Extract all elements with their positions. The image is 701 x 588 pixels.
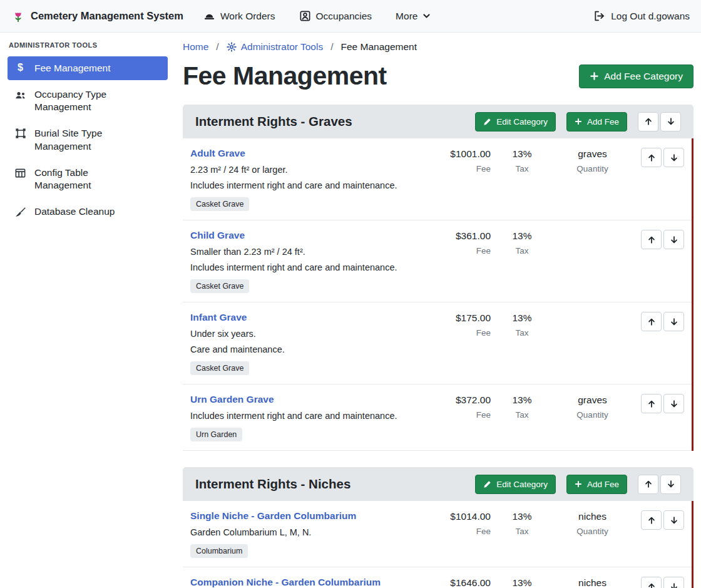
move-category-down-button[interactable] [660, 475, 681, 494]
move-fee-up-button[interactable] [641, 510, 662, 530]
fee-description: Includes interment right and care and ma… [190, 262, 421, 272]
fee-tax-col: 13% Tax [491, 394, 553, 420]
fee-quantity-col: niches Quantity [553, 510, 632, 536]
fee-quantity-col [553, 312, 632, 317]
arrow-up-icon [644, 480, 653, 488]
move-fee-down-button[interactable] [663, 577, 684, 588]
fee-quantity-label: Quantity [553, 164, 632, 173]
arrow-down-icon [667, 117, 675, 126]
move-fee-up-button[interactable] [641, 230, 662, 249]
fee-reorder-controls [635, 577, 684, 588]
move-fee-down-button[interactable] [663, 230, 684, 249]
logout-button[interactable]: Log Out d.gowans [593, 10, 690, 22]
fee-name-link[interactable]: Single Niche - Garden Columbarium [190, 510, 356, 522]
fee-name-link[interactable]: Companion Niche - Garden Columbarium [190, 577, 381, 588]
gear-icon [227, 42, 237, 52]
move-fee-down-button[interactable] [663, 510, 684, 530]
fee-info: Infant Grave Under six years. Care and m… [190, 312, 431, 375]
add-fee-category-button[interactable]: Add Fee Category [579, 64, 693, 88]
category-body: Adult Grave 2.23 m² / 24 ft² or larger. … [183, 138, 693, 451]
main-content: Home / Administrator Tools / Fee Managem… [175, 33, 701, 588]
hard-hat-icon [203, 10, 215, 22]
fee-row: Companion Niche - Garden Columbarium Gar… [183, 567, 692, 588]
fee-name-link[interactable]: Urn Garden Grave [190, 394, 274, 405]
arrow-down-icon [670, 153, 678, 162]
sidebar-item-database-cleanup[interactable]: Database Cleanup [8, 200, 168, 224]
pencil-icon [483, 480, 491, 488]
nav-work-orders[interactable]: Work Orders [203, 10, 275, 22]
arrow-down-icon [670, 582, 678, 588]
plus-icon [575, 118, 582, 125]
nav-work-orders-label: Work Orders [220, 11, 275, 22]
fee-quantity-label: Quantity [553, 410, 632, 420]
app-title: Cemetery Management System [31, 10, 183, 22]
fee-amount-col: $1646.00 Fee [431, 577, 491, 588]
plus-icon [575, 480, 582, 488]
fee-reorder-controls [635, 312, 684, 331]
fee-reorder-controls [635, 148, 684, 167]
fee-tax: 13% [491, 577, 553, 588]
fee-tax-label: Tax [491, 246, 553, 255]
sidebar-item-burial-site-type[interactable]: Burial Site Type Management [8, 121, 168, 158]
fee-name-link[interactable]: Child Grave [190, 230, 245, 241]
sidebar-item-label: Database Cleanup [34, 205, 115, 218]
fee-row: Infant Grave Under six years. Care and m… [183, 302, 692, 384]
move-category-down-button[interactable] [660, 112, 681, 132]
arrow-down-icon [670, 400, 678, 408]
nav-more-label: More [396, 11, 417, 22]
fee-tax: 13% [491, 395, 553, 406]
breadcrumb-home-link[interactable]: Home [183, 41, 208, 53]
nav-more[interactable]: More [396, 11, 431, 22]
fee-type-badge: Urn Garden [190, 428, 242, 441]
sidebar-item-label: Burial Site Type Management [34, 127, 146, 152]
breadcrumb-admin-tools-link[interactable]: Administrator Tools [227, 41, 324, 53]
fee-amount-col: $372.00 Fee [431, 394, 491, 420]
arrow-down-icon [667, 480, 675, 488]
fee-amount-label: Fee [431, 246, 491, 255]
add-fee-button[interactable]: Add Fee [566, 475, 627, 494]
move-fee-up-button[interactable] [641, 312, 662, 331]
sidebar-item-fee-management[interactable]: $ Fee Management [8, 56, 168, 80]
arrow-up-icon [644, 117, 653, 126]
sidebar-heading: ADMINISTRATOR TOOLS [9, 41, 166, 49]
category-title: Interment Rights - Niches [195, 477, 350, 492]
move-fee-down-button[interactable] [663, 394, 684, 413]
move-category-up-button[interactable] [638, 112, 658, 132]
fee-quantity-col: niches Quantity [553, 577, 632, 588]
arrow-down-icon [670, 516, 678, 525]
move-fee-up-button[interactable] [641, 148, 662, 167]
fee-description: Care and maintenance. [190, 344, 421, 354]
fee-info: Urn Garden Grave Includes interment righ… [190, 394, 431, 441]
breadcrumb-separator: / [216, 41, 218, 53]
arrow-up-icon [647, 153, 656, 162]
nav-occupancies[interactable]: Occupancies [299, 10, 372, 22]
fee-amount-col: $1001.00 Fee [431, 148, 491, 173]
fee-name-link[interactable]: Infant Grave [190, 312, 247, 323]
category-reorder-controls [638, 475, 681, 494]
move-category-up-button[interactable] [638, 475, 658, 494]
fee-reorder-controls [635, 230, 684, 249]
fee-reorder-controls [635, 510, 684, 530]
fee-amount: $175.00 [431, 312, 491, 324]
fee-description: Includes interment right and care and ma… [190, 180, 421, 190]
fee-quantity-label: Quantity [553, 527, 632, 536]
vector-square-icon [14, 128, 27, 139]
sidebar-item-occupancy-type[interactable]: Occupancy Type Management [8, 83, 168, 119]
add-fee-button[interactable]: Add Fee [566, 112, 627, 132]
sidebar-item-config-table[interactable]: Config Table Management [8, 161, 168, 197]
app-brand[interactable]: Cemetery Management System [11, 9, 183, 23]
logout-label: Log Out d.gowans [611, 11, 690, 22]
edit-category-button[interactable]: Edit Category [475, 112, 556, 132]
move-fee-down-button[interactable] [663, 312, 684, 331]
fee-name-link[interactable]: Adult Grave [190, 148, 245, 159]
fee-info: Single Niche - Garden Columbarium Garden… [190, 510, 431, 558]
fee-info: Child Grave Smaller than 2.23 m² / 24 ft… [190, 230, 431, 293]
move-fee-up-button[interactable] [641, 394, 662, 413]
fee-tax-col: 13% Tax [491, 230, 553, 255]
fee-tax: 13% [491, 148, 553, 160]
move-fee-down-button[interactable] [663, 148, 684, 167]
move-fee-up-button[interactable] [641, 577, 662, 588]
fee-tax-col: 13% Tax [491, 312, 553, 338]
fee-tax-label: Tax [491, 410, 553, 420]
edit-category-button[interactable]: Edit Category [475, 475, 556, 494]
